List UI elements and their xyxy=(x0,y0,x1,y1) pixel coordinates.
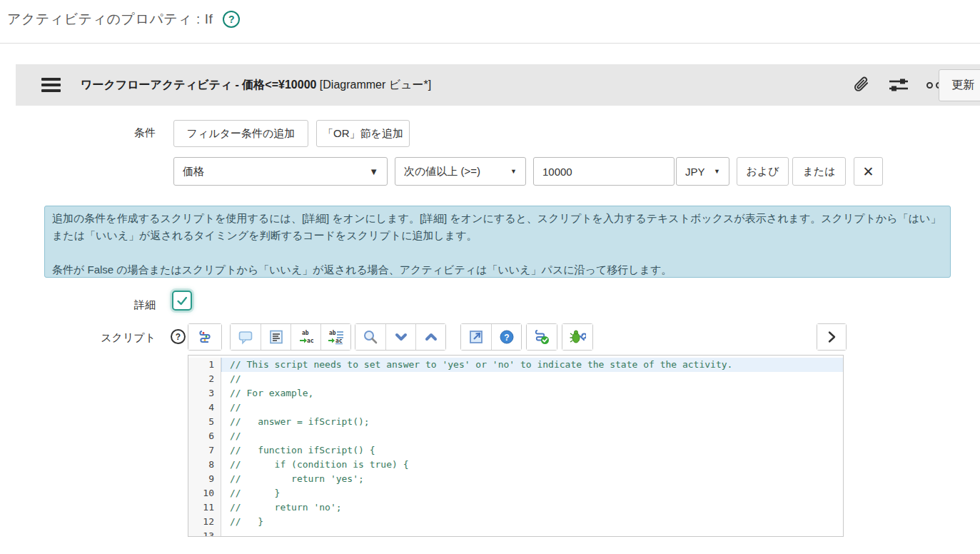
remove-condition-button[interactable]: ✕ xyxy=(854,157,883,186)
code-text: // xyxy=(221,401,843,415)
code-line: 6// xyxy=(188,429,843,443)
code-text: // function ifScript() { xyxy=(221,443,843,458)
code-text: // return 'yes'; xyxy=(221,472,843,486)
script-label: スクリプト xyxy=(86,331,156,345)
chevron-down-icon: ▼ xyxy=(369,166,378,177)
line-number: 6 xyxy=(188,429,221,443)
replace-icon[interactable]: ab ac xyxy=(291,324,320,350)
paperclip-icon[interactable] xyxy=(852,75,871,95)
code-text: // return 'no'; xyxy=(221,500,843,515)
info-paragraph-1: 追加の条件を作成するスクリプトを使用するには、[詳細] をオンにします。[詳細]… xyxy=(52,210,943,244)
line-number: 11 xyxy=(188,500,221,515)
help-circle-icon[interactable]: ? xyxy=(223,11,240,28)
validate-script-icon[interactable] xyxy=(527,324,557,350)
or-button[interactable]: または xyxy=(792,157,846,186)
line-number: 5 xyxy=(188,415,221,429)
advanced-checkbox[interactable] xyxy=(172,291,192,311)
code-text: // if (condition is true) { xyxy=(221,458,843,472)
currency-select[interactable]: JPY ▼ xyxy=(676,157,729,186)
code-line: 2// xyxy=(188,372,843,386)
operator-select-value: 次の値以上 (>=) xyxy=(404,165,510,178)
code-line: 12// } xyxy=(188,515,843,529)
replace-all-icon[interactable]: ab ac xyxy=(320,324,350,350)
workflow-header-bar: ワークフローアクティビティ - 価格<=¥10000 [Diagrammer ビ… xyxy=(16,64,980,106)
svg-text:ab: ab xyxy=(329,330,336,336)
code-line: 7// function ifScript() { xyxy=(188,443,843,458)
code-text: // xyxy=(221,429,843,443)
code-text xyxy=(221,529,843,537)
script-help-icon[interactable]: ? xyxy=(171,329,186,344)
open-window-icon[interactable] xyxy=(461,324,491,350)
help-icon[interactable]: ? xyxy=(491,324,521,350)
code-line: 5// answer = ifScript(); xyxy=(188,415,843,429)
chevron-down-icon[interactable] xyxy=(385,324,415,350)
script-code-editor[interactable]: 1// This script needs to set answer to '… xyxy=(188,355,844,537)
comment-icon[interactable] xyxy=(231,324,261,350)
field-select[interactable]: 価格 ▼ xyxy=(173,157,388,186)
code-line: 11// return 'no'; xyxy=(188,500,843,515)
code-text: // For example, xyxy=(221,386,843,401)
svg-text:?: ? xyxy=(504,333,509,343)
code-line: 13 xyxy=(188,529,843,537)
line-number: 1 xyxy=(188,358,221,372)
code-text: // xyxy=(221,372,843,386)
line-number: 12 xyxy=(188,515,221,529)
field-select-value: 価格 xyxy=(183,165,369,178)
update-button[interactable]: 更新 xyxy=(939,69,980,101)
code-line: 3// For example, xyxy=(188,386,843,401)
line-number: 9 xyxy=(188,472,221,486)
format-code-icon[interactable] xyxy=(261,324,291,350)
header-title-view: [Diagrammer ビュー*] xyxy=(316,79,431,91)
line-number: 4 xyxy=(188,401,221,415)
chevron-down-icon: ▼ xyxy=(714,168,720,175)
svg-text:ab: ab xyxy=(302,330,309,336)
search-icon[interactable] xyxy=(355,324,385,350)
advanced-info-box: 追加の条件を作成するスクリプトを使用するには、[詳細] をオンにします。[詳細]… xyxy=(44,206,951,278)
script-edit-icon[interactable] xyxy=(188,324,221,350)
sliders-icon[interactable] xyxy=(888,75,909,95)
code-line: 4// xyxy=(188,401,843,415)
header-title-main: ワークフローアクティビティ - 価格<=¥10000 xyxy=(81,79,316,91)
code-lines: 1// This script needs to set answer to '… xyxy=(188,356,843,537)
line-number: 13 xyxy=(188,529,221,537)
and-button[interactable]: および xyxy=(737,157,789,186)
code-text: // This script needs to set answer to 'y… xyxy=(221,358,843,372)
currency-select-value: JPY xyxy=(685,166,714,178)
line-number: 2 xyxy=(188,372,221,386)
code-line: 10// } xyxy=(188,486,843,500)
header-title: ワークフローアクティビティ - 価格<=¥10000 [Diagrammer ビ… xyxy=(81,78,431,93)
svg-text:ac: ac xyxy=(335,338,343,344)
line-number: 7 xyxy=(188,443,221,458)
chevron-right-icon[interactable] xyxy=(817,324,846,350)
line-number: 8 xyxy=(188,458,221,472)
condition-label: 条件 xyxy=(86,126,156,140)
code-text: // } xyxy=(221,486,843,500)
line-number: 10 xyxy=(188,486,221,500)
code-text: // answer = ifScript(); xyxy=(221,415,843,429)
line-number: 3 xyxy=(188,386,221,401)
info-paragraph-2: 条件が False の場合またはスクリプトから「いいえ」が返される場合、アクティ… xyxy=(52,261,943,278)
code-line: 9// return 'yes'; xyxy=(188,472,843,486)
chevron-up-icon[interactable] xyxy=(415,324,445,350)
value-input[interactable] xyxy=(533,157,675,186)
operator-select[interactable]: 次の値以上 (>=) ▼ xyxy=(395,157,526,186)
page-title: アクティビティのプロパティ : If xyxy=(7,10,213,29)
debug-icon[interactable] xyxy=(562,324,592,350)
add-or-clause-button[interactable]: 「OR」節を追加 xyxy=(316,120,410,147)
svg-text:ac: ac xyxy=(307,338,314,344)
code-line: 1// This script needs to set answer to '… xyxy=(188,358,843,372)
add-filter-condition-button[interactable]: フィルター条件の追加 xyxy=(173,120,308,147)
code-line: 8// if (condition is true) { xyxy=(188,458,843,472)
advanced-label: 詳細 xyxy=(86,298,156,312)
checkmark-icon xyxy=(176,294,188,307)
code-text: // } xyxy=(221,515,843,529)
chevron-down-icon: ▼ xyxy=(510,168,517,175)
menu-icon[interactable] xyxy=(41,75,61,95)
title-divider xyxy=(0,43,980,44)
